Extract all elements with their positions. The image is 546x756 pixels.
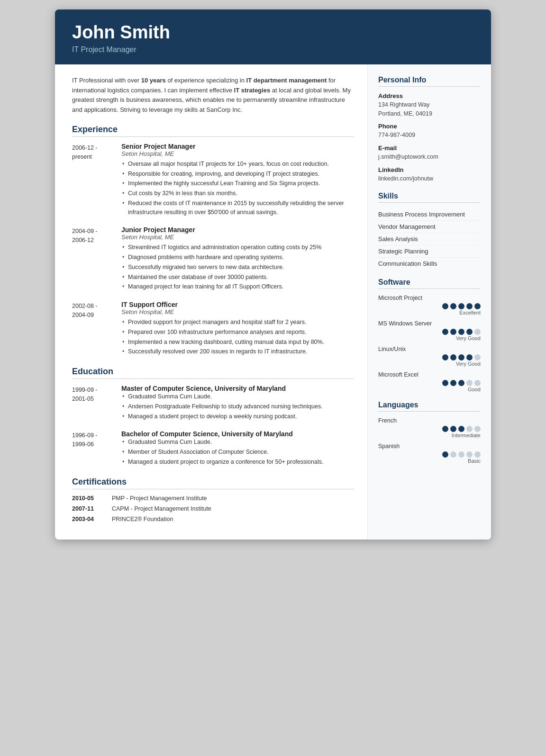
dot-filled — [450, 354, 456, 360]
dot-filled — [466, 329, 473, 335]
entry-content: Bachelor of Computer Science, University… — [121, 430, 354, 467]
main-column: IT Professional with over 10 years of ex… — [55, 64, 368, 540]
skill-item: Communication Skills — [378, 258, 481, 270]
cert-date: 2003-04 — [72, 516, 105, 522]
experience-entries: 2006-12 - presentSenior Project ManagerS… — [72, 143, 354, 357]
cert-date: 2007-11 — [72, 505, 105, 512]
dot-filled — [450, 303, 456, 309]
dots-row — [378, 451, 481, 458]
bullet-item: Graduated Summa Cum Laude. — [121, 438, 354, 447]
bullet-item: Member of Student Association of Compute… — [121, 448, 354, 457]
entry-company: Seton Hospital, ME — [121, 308, 354, 315]
dot-empty — [474, 426, 481, 432]
bullet-item: Maintained the user database of over 300… — [121, 273, 354, 282]
software-name: Microsoft Excel — [378, 371, 481, 378]
candidate-name: John Smith — [72, 23, 474, 43]
dot-label: Excellent — [378, 310, 481, 315]
info-value: linkedin.com/johnutw — [378, 174, 481, 183]
dots-row — [378, 380, 481, 386]
entry-bullets: Provided support for project managers an… — [121, 318, 354, 356]
entry-title: Master of Computer Science, University o… — [121, 385, 354, 392]
entry-dates: 2006-12 - present — [72, 143, 115, 218]
entry-dates: 2002-08 - 2004-09 — [72, 301, 115, 357]
cert-entry: 2003-04PRINCE2® Foundation — [72, 516, 354, 522]
entry: 2002-08 - 2004-09IT Support OfficerSeton… — [72, 301, 354, 357]
software-entry: Microsoft ExcelGood — [378, 371, 481, 392]
experience-section-title: Experience — [72, 125, 354, 137]
dot-empty — [474, 451, 481, 458]
entry-dates: 1999-09 - 2001-05 — [72, 385, 115, 422]
entry: 1999-09 - 2001-05Master of Computer Scie… — [72, 385, 354, 422]
dot-label: Basic — [378, 458, 481, 464]
cert-name: CAPM - Project Management Institute — [112, 505, 211, 512]
skills-title: Skills — [378, 192, 481, 203]
skill-item: Vendor Management — [378, 221, 481, 233]
bullet-item: Provided support for project managers an… — [121, 318, 354, 327]
software-entry: MS Windows ServerVery Good — [378, 320, 481, 341]
dots-container — [442, 329, 481, 335]
software-name: French — [378, 417, 481, 424]
entry-bullets: Streamlined IT logistics and administrat… — [121, 243, 354, 291]
cert-name: PRINCE2® Foundation — [112, 516, 173, 522]
dot-empty — [474, 354, 481, 360]
dot-filled — [466, 303, 473, 309]
software-name: Linux/Unix — [378, 346, 481, 352]
entry-bullets: Graduated Summa Cum Laude.Andersen Postg… — [121, 392, 354, 421]
dot-empty — [458, 451, 464, 458]
dot-filled — [458, 426, 464, 432]
bullet-item: Successfully resolved over 200 issues in… — [121, 347, 354, 356]
dot-filled — [442, 380, 448, 386]
certification-entries: 2010-05PMP - Project Management Institut… — [72, 495, 354, 522]
summary-text: IT Professional with over 10 years of ex… — [72, 76, 354, 115]
dots-container — [442, 426, 481, 432]
info-label: E-mail — [378, 144, 481, 152]
dots-row — [378, 303, 481, 309]
software-entry: Microsoft ProjectExcellent — [378, 295, 481, 315]
dot-filled — [442, 303, 448, 309]
education-entries: 1999-09 - 2001-05Master of Computer Scie… — [72, 385, 354, 468]
bullet-item: Oversaw all major hospital IT projects f… — [121, 160, 354, 169]
dot-label: Very Good — [378, 361, 481, 367]
bullet-item: Andersen Postgraduate Fellowship to stud… — [121, 402, 354, 411]
entry: 2004-09 - 2006-12Junior Project ManagerS… — [72, 226, 354, 292]
entry-content: Junior Project ManagerSeton Hospital, ME… — [121, 226, 354, 292]
dots-row — [378, 329, 481, 335]
dot-empty — [466, 426, 473, 432]
resume-card: John Smith IT Project Manager IT Profess… — [55, 9, 491, 540]
dot-empty — [466, 380, 473, 386]
dots-container — [442, 303, 481, 309]
dot-empty — [474, 329, 481, 335]
header: John Smith IT Project Manager — [55, 9, 491, 64]
software-entry: SpanishBasic — [378, 443, 481, 464]
dot-filled — [458, 380, 464, 386]
entry-title: IT Support Officer — [121, 301, 354, 308]
dot-filled — [458, 303, 464, 309]
software-name: MS Windows Server — [378, 320, 481, 327]
skills-list: Business Process ImprovementVendor Manag… — [378, 208, 481, 270]
dots-row — [378, 354, 481, 360]
dot-filled — [442, 354, 448, 360]
skill-item: Sales Analysis — [378, 233, 481, 245]
candidate-title: IT Project Manager — [72, 45, 474, 54]
dots-container — [442, 380, 481, 386]
entry-title: Senior Project Manager — [121, 143, 354, 150]
skill-item: Business Process Improvement — [378, 208, 481, 221]
entry-bullets: Oversaw all major hospital IT projects f… — [121, 160, 354, 217]
info-value: 774-987-4009 — [378, 131, 481, 140]
certifications-section-title: Certifications — [72, 477, 354, 489]
dot-label: Very Good — [378, 335, 481, 341]
entry-company: Seton Hospital, ME — [121, 234, 354, 241]
bullet-item: Streamlined IT logistics and administrat… — [121, 243, 354, 252]
languages-title: Languages — [378, 401, 481, 412]
skill-item: Strategic Planning — [378, 245, 481, 258]
dot-filled — [474, 303, 481, 309]
dot-filled — [450, 426, 456, 432]
bullet-item: Implemented a new tracking dashboard, cu… — [121, 338, 354, 347]
bullet-item: Managed a student project to develop a w… — [121, 412, 354, 421]
info-value: j.smith@uptowork.com — [378, 153, 481, 162]
dot-empty — [450, 451, 456, 458]
info-label: Address — [378, 92, 481, 99]
body: IT Professional with over 10 years of ex… — [55, 64, 491, 540]
dot-label: Intermediate — [378, 432, 481, 438]
software-entry: Linux/UnixVery Good — [378, 346, 481, 367]
